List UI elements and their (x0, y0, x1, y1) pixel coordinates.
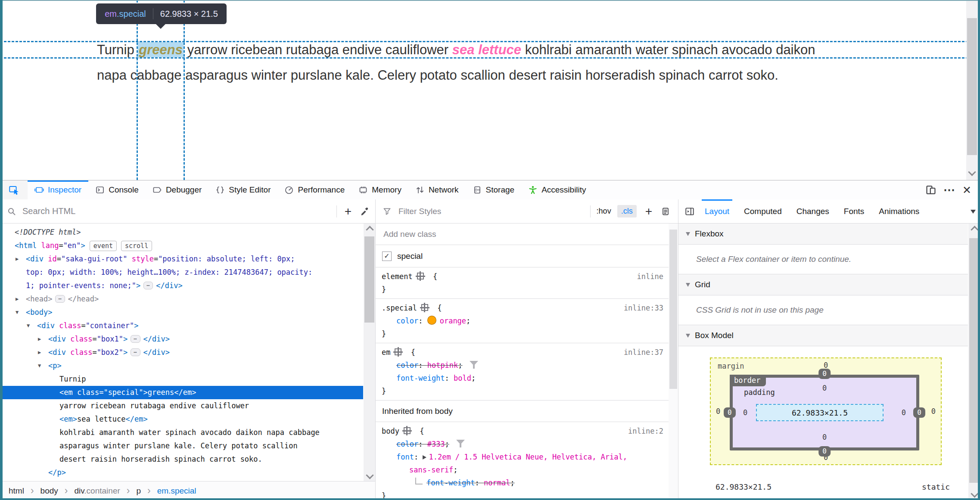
div-box1-node[interactable]: ▶<div class="box1">⋯</div> (0, 332, 363, 346)
code-line[interactable]: font: 1.2em / 1.5 Helvetica Neue, Helvet… (376, 450, 669, 463)
em-node[interactable]: <em>sea lettuce</em> (0, 413, 363, 426)
rule-source-link[interactable]: inline:33 (624, 301, 663, 314)
close-devtools-icon[interactable]: ✕ (962, 185, 971, 196)
toggle-classes-button[interactable]: .cls (617, 205, 637, 217)
twisty-arrow-icon[interactable]: ▶ (16, 252, 19, 266)
tab-storage[interactable]: Storage (466, 180, 522, 199)
add-node-button[interactable]: + (342, 205, 354, 217)
text-node[interactable]: kohlrabi amaranth water spinach avocado … (0, 426, 363, 439)
collapsed-content-pill[interactable]: ⋯ (131, 335, 140, 343)
saka-gui-root-node[interactable]: 1; pointer-events: none;">⋯</div> (0, 279, 363, 292)
code-line[interactable]: em {inline:37 (376, 346, 669, 359)
code-line[interactable]: .special {inline:33 (376, 301, 669, 314)
margin-left-value[interactable]: 0 (716, 407, 720, 416)
page-em-special[interactable]: greens (138, 42, 184, 57)
breadcrumb-item-body[interactable]: body (40, 486, 58, 496)
tab-animations[interactable]: Animations (871, 199, 927, 223)
breadcrumb-item-html[interactable]: html (9, 486, 24, 496)
stylesheet-icon[interactable] (661, 207, 670, 216)
tab-style-editor[interactable]: Style Editor (208, 180, 277, 199)
code-line[interactable]: } (376, 385, 669, 398)
padding-left-value[interactable]: 0 (743, 408, 747, 417)
margin-right-value[interactable]: 0 (931, 407, 936, 416)
sidebar-toggle-icon[interactable] (684, 206, 695, 217)
text-node[interactable]: asparagus winter purslane kale. Celery p… (0, 439, 363, 453)
breadcrumb-item-div-container[interactable]: div.container (74, 486, 120, 496)
grid-section-header[interactable]: Grid (678, 274, 968, 295)
doctype-node[interactable]: <!DOCTYPE html> (0, 226, 363, 239)
saka-gui-root-node[interactable]: ▶<div id="saka-gui-root" style="position… (0, 252, 363, 266)
code-line[interactable]: color: #333; (376, 438, 669, 450)
toggle-hover-pseudo-class-button[interactable]: :hov (597, 207, 611, 216)
em-special-node-selected[interactable]: <em class="special">greens</em> (0, 386, 363, 399)
tab-console[interactable]: Console (88, 180, 146, 199)
tree-scrollbar[interactable] (364, 224, 375, 481)
code-line[interactable]: body {inline:2 (376, 425, 669, 438)
collapsed-content-pill[interactable]: ⋯ (55, 295, 65, 303)
saka-gui-root-node[interactable]: top: 0px; width: 100%; height…100%; z-in… (0, 266, 363, 279)
padding-top-value[interactable]: 0 (822, 384, 827, 392)
rules-scrollbar-thumb[interactable] (669, 230, 677, 389)
responsive-design-mode-icon[interactable] (925, 184, 936, 196)
selector-highlighter-icon[interactable] (421, 304, 428, 311)
text-node[interactable]: yarrow ricebean rutabaga endive cauliflo… (0, 399, 363, 413)
twisty-arrow-icon[interactable]: ▶ (38, 346, 41, 359)
tab-memory[interactable]: Memory (352, 180, 408, 199)
div-box2-node[interactable]: ▶<div class="box2">⋯</div> (0, 346, 363, 359)
twisty-arrow-icon[interactable]: ▼ (16, 306, 19, 319)
border-bottom-value[interactable]: 0 (818, 446, 831, 457)
filter-styles-input[interactable] (398, 206, 584, 217)
tab-debugger[interactable]: Debugger (146, 180, 208, 199)
subproperty-connector[interactable] (415, 478, 423, 484)
collapsed-content-pill[interactable]: ⋯ (143, 282, 153, 289)
code-line[interactable]: sans-serif; (376, 463, 669, 476)
breadcrumb-item-p[interactable]: p (136, 486, 141, 496)
code-line[interactable]: color: orange; (376, 314, 669, 327)
all-tabs-dropdown-icon[interactable] (971, 210, 976, 214)
text-node[interactable]: desert raisin horseradish spinach carrot… (0, 453, 363, 466)
border-right-value[interactable]: 0 (913, 407, 925, 418)
meatball-menu-icon[interactable]: ⋯ (943, 184, 955, 196)
color-swatch[interactable] (427, 316, 436, 325)
p-node[interactable]: ▼<p> (0, 359, 363, 373)
code-line[interactable]: font-weight: normal; (376, 476, 669, 489)
eyedropper-icon[interactable] (359, 206, 369, 216)
scroll-up-arrow-icon[interactable] (366, 226, 373, 233)
rule-source-link[interactable]: inline:37 (624, 346, 663, 359)
div-container-node[interactable]: ▼<div class="container"> (0, 319, 363, 332)
border-left-value[interactable]: 0 (724, 407, 736, 418)
collapsed-content-pill[interactable]: ⋯ (131, 348, 140, 356)
code-line[interactable]: font-weight: bold; (376, 372, 669, 385)
overridden-filter-icon[interactable] (470, 361, 478, 369)
margin-top-value[interactable]: 0 (824, 361, 828, 370)
head-node[interactable]: ▶<head>⋯</head> (0, 292, 363, 306)
add-new-class-input[interactable] (383, 229, 642, 239)
overridden-filter-icon[interactable] (456, 440, 465, 447)
rules-scrollbar[interactable] (669, 224, 678, 500)
padding-right-value[interactable]: 0 (902, 408, 906, 417)
pick-element-button[interactable] (0, 180, 28, 199)
scroll-down-arrow-icon[interactable] (366, 471, 373, 479)
tab-fonts[interactable]: Fonts (837, 199, 872, 223)
class-checkbox[interactable]: ✓ (382, 252, 392, 261)
twisty-arrow-icon[interactable]: ▼ (27, 319, 30, 332)
tab-computed[interactable]: Computed (737, 199, 789, 223)
rule-source-link[interactable]: inline (637, 270, 663, 283)
box-model-border-layer[interactable]: border 0 0 0 0 padding 0 0 0 0 62.9833 (730, 375, 919, 450)
page-scrollbar[interactable] (966, 1, 978, 180)
search-html-input[interactable] (22, 206, 331, 217)
border-top-value[interactable]: 0 (818, 369, 831, 379)
scroll-down-arrow-icon[interactable] (971, 490, 978, 497)
tab-changes[interactable]: Changes (789, 199, 837, 223)
box-model-content[interactable]: 62.9833×21.5 (756, 404, 884, 421)
page-scrollbar-thumb[interactable] (967, 18, 977, 155)
text-node[interactable]: Turnip (0, 373, 363, 386)
padding-bottom-value[interactable]: 0 (822, 433, 827, 441)
box-model-margin-layer[interactable]: margin 0 0 0 0 border 0 0 0 0 p (710, 357, 942, 465)
box-model-section-header[interactable]: Box Model (678, 325, 968, 346)
flexbox-section-header[interactable]: Flexbox (678, 224, 968, 245)
tab-accessibility[interactable]: Accessibility (521, 180, 593, 199)
code-line[interactable]: element {inline (376, 270, 669, 283)
twisty-arrow-icon[interactable]: ▶ (38, 332, 41, 346)
breadcrumb-item-em-special[interactable]: em.special (157, 486, 196, 496)
